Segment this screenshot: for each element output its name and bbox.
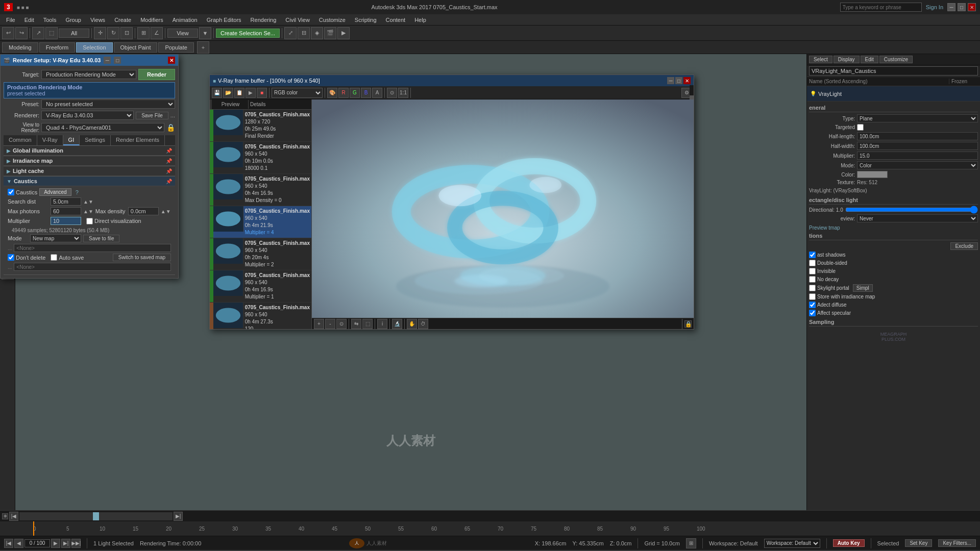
tab-more-btn[interactable]: + — [197, 41, 209, 54]
invisible-checkbox[interactable] — [809, 268, 816, 274]
vfb-g-channel-btn[interactable]: G — [350, 88, 360, 98]
max-density-spinner[interactable]: ▲▼ — [161, 209, 171, 214]
lock-icon[interactable]: 🔒 — [166, 123, 175, 132]
menu-content[interactable]: Content — [382, 16, 410, 24]
vfb-close-btn[interactable]: ✕ — [683, 77, 691, 84]
menu-customize[interactable]: Customize — [315, 16, 350, 24]
advanced-btn[interactable]: Advanced — [39, 188, 71, 196]
file-input-1[interactable] — [14, 244, 171, 252]
renderer-select[interactable]: V-Ray Edu 3.40.03 — [41, 111, 134, 120]
preview-select[interactable]: Never — [857, 214, 978, 222]
vfb-save-all-btn[interactable]: 📋 — [234, 88, 244, 98]
timeline-end-btn[interactable]: ▶| — [174, 512, 183, 521]
targeted-checkbox[interactable] — [857, 124, 864, 131]
vfb-zoom-100-btn[interactable]: 1:1 — [398, 88, 408, 98]
dtab-common[interactable]: Common — [4, 135, 37, 145]
menu-animation[interactable]: Animation — [168, 16, 202, 24]
snap-btn[interactable]: ⊞ — [137, 27, 150, 39]
caustics-help-icon[interactable]: ? — [76, 189, 79, 195]
sign-in-btn[interactable]: Sign In — [926, 4, 943, 10]
vfb-lock-icon[interactable]: 🔒 — [684, 320, 692, 328]
playback-play-btn[interactable]: ▶ — [51, 539, 60, 548]
view-settings-btn[interactable]: ▼ — [199, 27, 211, 39]
quick-render-btn[interactable]: ▶ — [337, 27, 350, 39]
vfb-load-btn[interactable]: 📂 — [223, 88, 233, 98]
multiplier-input[interactable] — [51, 217, 81, 225]
timeline-ruler[interactable]: 0 5 10 15 20 25 30 35 40 45 50 55 60 65 … — [0, 521, 980, 536]
color-space-select[interactable]: RGB color — [272, 88, 323, 98]
menu-civil-view[interactable]: Civil View — [281, 16, 313, 24]
caustics-checkbox[interactable] — [8, 189, 14, 195]
angle-snap-btn[interactable]: ∠ — [151, 27, 163, 39]
search-dist-input[interactable] — [51, 197, 81, 206]
select-panel-btn[interactable]: Select — [809, 56, 832, 63]
vfb-region-btn[interactable]: ⬚ — [362, 319, 373, 329]
caustics-checkbox-label[interactable]: Caustics — [8, 189, 37, 195]
vfb-item-selected[interactable]: 0705_Caustics_Finish.max 960 x 540 0h 4m… — [210, 206, 311, 238]
vfb-zoom-out-btn[interactable]: - — [325, 319, 335, 329]
type-select[interactable]: Plane — [857, 114, 978, 122]
dtab-gi[interactable]: GI — [63, 135, 80, 145]
half-length-input[interactable] — [857, 132, 978, 140]
max-photons-spinner[interactable]: ▲▼ — [83, 209, 93, 214]
vfb-fit-btn[interactable]: ⊙ — [336, 319, 347, 329]
timeline-start-btn[interactable]: |◀ — [9, 512, 18, 521]
multiplier-prop-input[interactable] — [857, 152, 978, 160]
vfb-b-channel-btn[interactable]: B — [361, 88, 371, 98]
caustics-header[interactable]: ▼ Caustics 📌 — [4, 177, 175, 186]
set-key-btn[interactable]: Set Key — [905, 539, 932, 547]
scale-btn[interactable]: ⊡ — [120, 27, 133, 39]
render-setup-min-btn[interactable]: ─ — [104, 57, 111, 64]
vfb-item[interactable]: 0705_Caustics_Finish.max 960 x 540 0h 4m… — [210, 174, 311, 206]
menu-views[interactable]: Views — [86, 16, 109, 24]
view-select[interactable]: Quad 4 - PhysCamera001 — [41, 123, 164, 132]
maximize-btn[interactable]: □ — [958, 3, 966, 11]
create-selection-btn[interactable]: Create Selection Se... — [216, 29, 280, 38]
vfb-a-channel-btn[interactable]: A — [372, 88, 382, 98]
menu-create[interactable]: Create — [110, 16, 135, 24]
vfb-zoom-fit-btn[interactable]: ⊙ — [387, 88, 397, 98]
vfb-pixel-info-btn[interactable]: i — [377, 319, 387, 329]
half-width-input[interactable] — [857, 142, 978, 150]
vfb-fps-btn[interactable]: ⏱ — [418, 319, 428, 329]
preview-tmap-link[interactable]: Preview tmap — [809, 224, 978, 232]
simple-btn[interactable]: Simpl — [853, 284, 873, 292]
affect-specular-checkbox[interactable] — [809, 310, 816, 316]
vfb-save-btn[interactable]: 💾 — [212, 88, 222, 98]
grid-snap-btn[interactable]: ⊞ — [686, 538, 696, 548]
scene-list-item-selected[interactable]: 💡 VrayLight — [807, 86, 980, 102]
caustics-save-btn[interactable]: Save to file — [83, 235, 119, 242]
direct-viz-checkbox[interactable] — [86, 218, 93, 224]
material-editor-btn[interactable]: ◈ — [311, 27, 323, 39]
preset-select[interactable]: No preset selected — [41, 99, 175, 109]
vfb-item[interactable]: 0705_Caustics_Finish.max 960 x 540 0h 20… — [210, 238, 311, 270]
directional-slider[interactable] — [845, 207, 978, 213]
render-button[interactable]: Render — [138, 69, 175, 80]
mode-select[interactable]: New map — [30, 234, 81, 242]
auto-save-checkbox[interactable] — [51, 254, 57, 261]
mode-prop-select[interactable]: Color — [857, 161, 978, 169]
view-label[interactable]: View — [167, 29, 198, 38]
search-input[interactable] — [840, 3, 922, 12]
dtab-render-elements[interactable]: Render Elements — [111, 135, 165, 145]
menu-scripting[interactable]: Scripting — [351, 16, 381, 24]
vfb-color-picker-btn[interactable]: 🔬 — [392, 319, 402, 329]
playback-prev-btn[interactable]: ◀ — [14, 539, 23, 548]
store-irr-checkbox[interactable] — [809, 293, 816, 300]
workspace-select[interactable]: Workspace: Default — [764, 539, 820, 548]
max-photons-input[interactable] — [51, 207, 81, 215]
vfb-zoom-in-btn[interactable]: + — [314, 319, 324, 329]
auto-save-label[interactable]: Auto save — [51, 254, 84, 261]
cast-shadows-checkbox[interactable] — [809, 252, 816, 258]
affect-diffuse-checkbox[interactable] — [809, 302, 816, 308]
timeline-slider-area[interactable] — [19, 512, 173, 520]
vfb-color-correct-btn[interactable]: 🎨 — [327, 88, 337, 98]
render-setup-btn[interactable]: 🎬 — [324, 27, 336, 39]
target-select[interactable]: Production Rendering Mode — [41, 70, 136, 79]
menu-group[interactable]: Group — [61, 16, 85, 24]
tab-populate[interactable]: Populate — [158, 42, 193, 53]
select-filter[interactable]: All — [59, 29, 89, 38]
playback-next-btn[interactable]: ▶| — [61, 539, 70, 548]
vfb-item[interactable]: 0705_Caustics_Finish.max 960 x 540 0h 4m… — [210, 270, 311, 303]
vfb-compare-btn[interactable]: ⇆ — [351, 319, 361, 329]
